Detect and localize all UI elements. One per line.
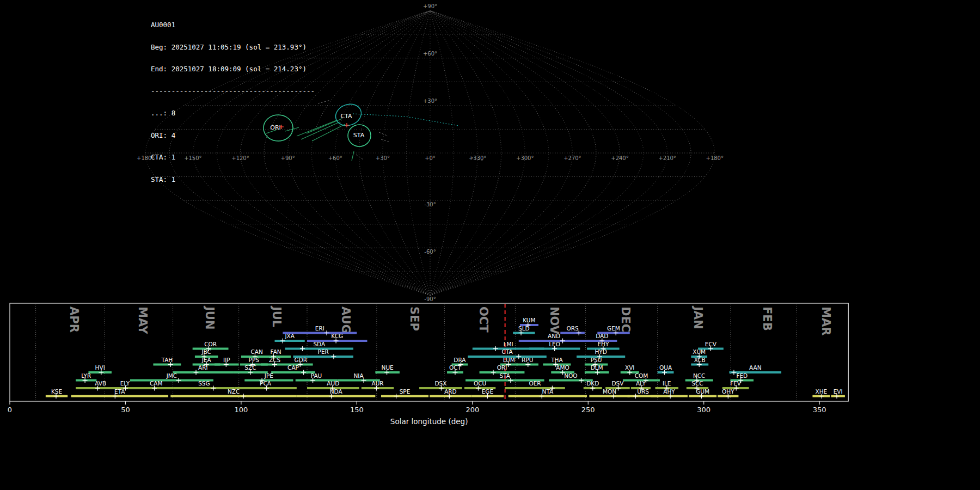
shower-label-FED: FED <box>736 372 748 379</box>
shower-label-NTA: NTA <box>542 388 554 395</box>
shower-label-XUM: XUM <box>693 348 706 355</box>
lon-label: +30° <box>376 155 390 161</box>
shower-label-DKD: DKD <box>586 380 599 387</box>
shower-trail <box>352 151 354 161</box>
shower-label-ORI: ORI <box>497 364 507 371</box>
shower-label-LEO: LEO <box>549 341 560 347</box>
month-label-MAR: MAR <box>819 307 832 335</box>
shower-label-ERI: ERI <box>315 325 324 332</box>
lon-label: +60° <box>328 155 342 161</box>
plot-border <box>10 303 848 401</box>
shower-label-AVB: AVB <box>95 380 106 387</box>
shower-label-STA: STA <box>500 372 511 379</box>
shower-label-LYR: LYR <box>81 372 91 379</box>
shower-label-ARD: ARD <box>444 388 457 395</box>
shower-label-SLD: SLD <box>518 325 530 332</box>
sky-grid-meridian <box>430 11 549 296</box>
shower-label-AUD: AUD <box>327 380 339 387</box>
shower-label-LUM: LUM <box>503 357 515 363</box>
app-root: { "info_panel": { "lines": [ "AU0001", "… <box>0 0 980 490</box>
lon-label: +240° <box>611 155 628 161</box>
shower-label-HYD: HYD <box>595 348 607 355</box>
shower-label-SZC: SZC <box>244 364 256 371</box>
shower-label-DSV: DSV <box>611 380 624 387</box>
shower-label-COM: COM <box>635 372 648 379</box>
shower-label-XCB: XCB <box>694 357 706 363</box>
separator-line: ---------------------------------------- <box>151 88 315 95</box>
shower-bars: KUMERISLDORSGEMJXAKCGANDDADCORSDALMILEOE… <box>46 317 845 399</box>
shower-label-GDR: GDR <box>295 357 308 363</box>
radiant-label-STA: STA <box>353 132 365 139</box>
count-sta: STA: 1 <box>151 176 315 183</box>
lon-label: +300° <box>516 155 534 161</box>
shower-bar-ETA <box>71 395 168 397</box>
sporadic-trail <box>381 139 390 142</box>
drift-track <box>353 114 459 126</box>
count-sporadic: ...: 8 <box>151 109 315 117</box>
shower-label-KSE: KSE <box>51 388 62 395</box>
session-begin: Beg: 20251027 11:05:19 (sol = 213.93°) <box>151 44 315 51</box>
shower-label-LMI: LMI <box>504 341 513 347</box>
lat-label: -30° <box>424 201 436 207</box>
shower-bar-NZC <box>170 395 297 397</box>
shower-bar-SLD <box>513 332 535 334</box>
shower-label-GEM: GEM <box>607 325 620 332</box>
lon-label: +270° <box>564 155 581 161</box>
shower-label-DRA: DRA <box>454 357 466 363</box>
shower-label-GUM: GUM <box>696 388 709 395</box>
session-id: AU0001 <box>151 21 315 29</box>
shower-bar-SSG <box>174 387 234 389</box>
shower-label-PER: PER <box>318 348 329 355</box>
shower-label-NOO: NOO <box>564 372 577 379</box>
shower-label-OCT: OCT <box>449 364 462 371</box>
shower-label-TAH: TAH <box>161 357 173 363</box>
sporadic-trail <box>318 100 330 103</box>
shower-label-DAD: DAD <box>596 333 608 339</box>
month-label-JUL: JUL <box>270 305 283 327</box>
x-tick-label-0: 0 <box>8 406 12 414</box>
shower-label-AUR: AUR <box>372 380 384 387</box>
lat-label: -60° <box>424 249 436 255</box>
shower-label-PPS: PPS <box>249 357 260 363</box>
sky-grid-meridian <box>430 11 525 296</box>
shower-label-PSU: PSU <box>591 357 602 363</box>
shower-label-QUA: QUA <box>659 364 672 371</box>
shower-label-SSG: SSG <box>198 380 210 387</box>
shower-bar-MON <box>589 395 629 397</box>
shower-label-HVI: HVI <box>95 364 105 371</box>
x-axis: 050100150200250300350Solar longitude (de… <box>8 401 826 426</box>
x-tick-label-200: 200 <box>465 406 479 414</box>
shower-label-URS: URS <box>637 388 649 395</box>
shower-label-AMO: AMO <box>556 364 569 371</box>
shower-label-EGE: EGE <box>482 388 493 395</box>
shower-label-EVI: EVI <box>834 388 843 395</box>
x-tick-label-50: 50 <box>121 406 130 414</box>
x-axis-title: Solar longitude (deg) <box>390 417 468 426</box>
shower-label-JPE: JPE <box>264 372 273 379</box>
shower-label-ZCS: ZCS <box>269 357 281 363</box>
shower-bar-SPE <box>381 395 428 397</box>
shower-label-PAU: PAU <box>311 372 322 379</box>
shower-label-OHY: OHY <box>722 388 734 395</box>
session-info-panel: AU0001 Beg: 20251027 11:05:19 (sol = 213… <box>151 7 315 198</box>
shower-label-ILE: ILE <box>663 380 671 387</box>
shower-label-JMC: JMC <box>166 372 177 379</box>
shower-label-ALY: ALY <box>636 380 646 387</box>
shower-bar-JXA <box>275 340 305 342</box>
month-label-AUG: AUG <box>339 307 352 334</box>
month-label-MAY: MAY <box>136 307 149 334</box>
lat-label: +90° <box>423 3 437 9</box>
shower-label-NZC: NZC <box>228 388 240 395</box>
lat-label: +60° <box>423 51 437 57</box>
shower-label-NIA: NIA <box>353 372 364 379</box>
count-ori: ORI: 4 <box>151 132 315 139</box>
shower-label-ECV: ECV <box>705 341 717 347</box>
activity-timeline-chart: APRMAYJUNJULAUGSEPOCTNOVDECJANFEBMARKUME… <box>0 302 980 490</box>
month-label-NOV: NOV <box>548 307 561 335</box>
month-label-DEC: DEC <box>619 307 632 332</box>
shower-label-FEV: FEV <box>730 380 742 387</box>
count-cta: CTA: 1 <box>151 154 315 161</box>
shower-label-PCA: PCA <box>260 380 272 387</box>
session-end: End: 20251027 18:09:09 (sol = 214.23°) <box>151 65 315 73</box>
shower-label-CAM: CAM <box>150 380 163 387</box>
